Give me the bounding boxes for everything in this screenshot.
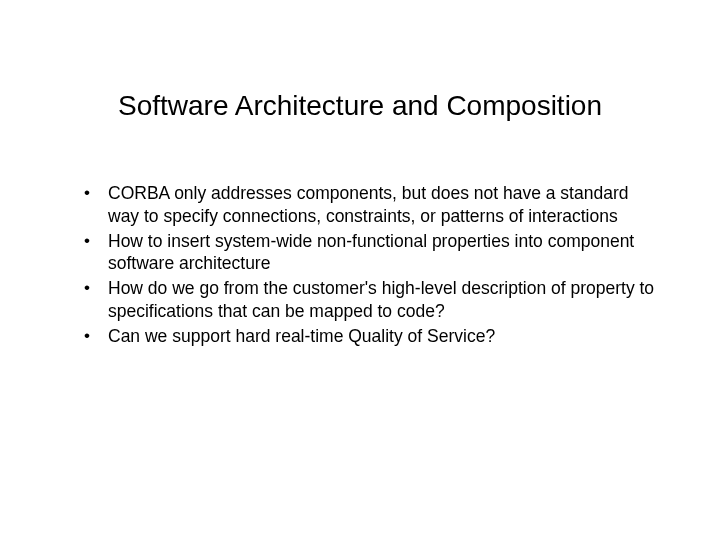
list-item: How do we go from the customer's high-le…: [80, 277, 660, 323]
list-item: How to insert system-wide non-functional…: [80, 230, 660, 276]
list-item: CORBA only addresses components, but doe…: [80, 182, 660, 228]
bullet-list: CORBA only addresses components, but doe…: [60, 182, 660, 347]
slide-title: Software Architecture and Composition: [70, 90, 650, 122]
slide-container: Software Architecture and Composition CO…: [0, 0, 720, 540]
list-item: Can we support hard real-time Quality of…: [80, 325, 660, 348]
